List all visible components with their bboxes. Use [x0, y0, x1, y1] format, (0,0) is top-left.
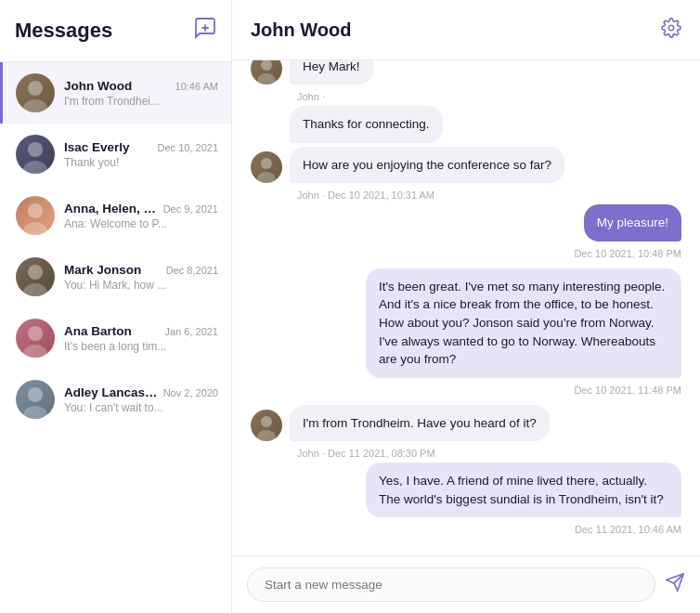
sender-label: John · Dec 10 2021, 10:31 AM — [297, 189, 681, 201]
svg-point-11 — [23, 345, 47, 358]
svg-point-7 — [23, 222, 47, 235]
svg-point-3 — [23, 99, 47, 112]
svg-point-2 — [28, 81, 43, 96]
contact-item-adley-lancaster[interactable]: Adley LancasterNov 2, 2020You: I can't w… — [0, 369, 231, 430]
message-row: How are you enjoying the conference so f… — [251, 147, 681, 184]
contact-name: Adley Lancaster — [64, 385, 158, 399]
new-chat-icon[interactable] — [194, 17, 216, 45]
message-row: Hey Mark! — [251, 60, 681, 85]
message-avatar — [251, 151, 282, 183]
svg-point-19 — [261, 416, 272, 427]
message-row: It's been great. I've met so many intere… — [251, 268, 681, 378]
svg-point-13 — [23, 406, 47, 419]
message-timestamp: Dec 10 2021, 11:48 PM — [251, 385, 681, 396]
contact-time: Nov 2, 2020 — [163, 387, 218, 398]
contact-preview: It's been a long tim... — [64, 340, 218, 353]
message-bubble: It's been great. I've met so many intere… — [366, 268, 681, 378]
svg-point-15 — [261, 60, 272, 71]
contact-name: Anna, Helen, Harry — [64, 202, 158, 215]
message-avatar — [251, 60, 282, 85]
svg-point-5 — [23, 161, 47, 174]
contact-time: Jan 6, 2021 — [165, 326, 219, 337]
contact-list: John Wood10:46 AMI'm from Trondhei... Is… — [0, 62, 231, 613]
contact-time: Dec 10, 2021 — [158, 142, 218, 153]
svg-point-4 — [28, 142, 43, 157]
avatar — [16, 380, 55, 419]
message-bubble: Thanks for connecting. — [290, 106, 443, 143]
contact-preview: Thank you! — [64, 156, 218, 169]
avatar — [16, 257, 55, 296]
contact-name: Ana Barton — [64, 324, 132, 338]
svg-point-8 — [28, 265, 43, 280]
message-timestamp: Dec 10 2021, 10:48 PM — [251, 248, 681, 259]
message-bubble: Yes, I have. A friend of mine lived ther… — [366, 463, 681, 517]
message-bubble: Hey Mark! — [290, 60, 373, 85]
sidebar-header: Messages — [0, 0, 231, 62]
contact-item-isac-everly[interactable]: Isac EverlyDec 10, 2021Thank you! — [0, 124, 231, 185]
contact-name: Isac Everly — [64, 140, 130, 154]
gear-icon[interactable] — [661, 18, 681, 43]
contact-preview: You: I can't wait to... — [64, 401, 218, 414]
sidebar: Messages John Wood10:46 AMI'm from Trond… — [0, 0, 232, 613]
message-row: My pleasure! — [251, 204, 681, 241]
contact-preview: I'm from Trondhei... — [64, 95, 218, 108]
contact-name: Mark Jonson — [64, 263, 141, 277]
contact-preview: Ana: Welcome to P... — [64, 217, 218, 230]
message-input[interactable] — [247, 567, 655, 602]
message-timestamp: Dec 11 2021, 10:46 AM — [251, 524, 681, 535]
contact-item-mark-jonson[interactable]: Mark JonsonDec 8,2021You: Hi Mark, how .… — [0, 246, 231, 307]
contact-name: John Wood — [64, 79, 132, 93]
svg-point-18 — [257, 172, 276, 183]
chat-area: John Wood Hello!Dec 10 2021, 09:48 PM He… — [232, 0, 700, 613]
sidebar-title: Messages — [15, 19, 112, 43]
message-bubble: My pleasure! — [584, 204, 681, 241]
contact-item-john-wood[interactable]: John Wood10:46 AMI'm from Trondhei... — [0, 62, 231, 124]
message-row: I'm from Trondheim. Have you heard of it… — [251, 405, 681, 442]
svg-point-16 — [257, 73, 276, 85]
svg-point-17 — [261, 158, 272, 169]
svg-point-12 — [28, 387, 43, 402]
message-row: Thanks for connecting. — [251, 106, 681, 143]
avatar — [16, 196, 55, 235]
message-bubble: I'm from Trondheim. Have you heard of it… — [290, 405, 550, 442]
send-icon[interactable] — [665, 572, 685, 598]
sender-label: John · Dec 11 2021, 08:30 PM — [297, 448, 681, 459]
contact-preview: You: Hi Mark, how ... — [64, 279, 218, 292]
avatar — [16, 73, 55, 112]
contact-item-anna-helen-harry[interactable]: Anna, Helen, HarryDec 9, 2021Ana: Welcom… — [0, 185, 231, 246]
sender-label: John · — [297, 91, 681, 102]
message-avatar — [251, 410, 282, 441]
messages-container: Hello!Dec 10 2021, 09:48 PM Hey Mark!Joh… — [232, 60, 700, 555]
message-row: Yes, I have. A friend of mine lived ther… — [251, 463, 681, 517]
contact-time: Dec 8,2021 — [166, 265, 218, 276]
contact-time: Dec 9, 2021 — [163, 203, 218, 215]
chat-header: John Wood — [232, 0, 700, 60]
svg-point-9 — [23, 283, 47, 296]
avatar — [16, 135, 55, 174]
contact-time: 10:46 AM — [175, 81, 218, 92]
chat-contact-name: John Wood — [251, 20, 352, 41]
svg-point-14 — [668, 25, 674, 31]
message-bubble: How are you enjoying the conference so f… — [290, 147, 564, 184]
chat-input-area — [232, 555, 700, 613]
svg-point-6 — [28, 203, 43, 218]
svg-point-20 — [257, 430, 276, 441]
avatar — [16, 319, 55, 358]
svg-point-10 — [28, 326, 43, 341]
contact-item-ana-barton[interactable]: Ana BartonJan 6, 2021It's been a long ti… — [0, 307, 231, 369]
